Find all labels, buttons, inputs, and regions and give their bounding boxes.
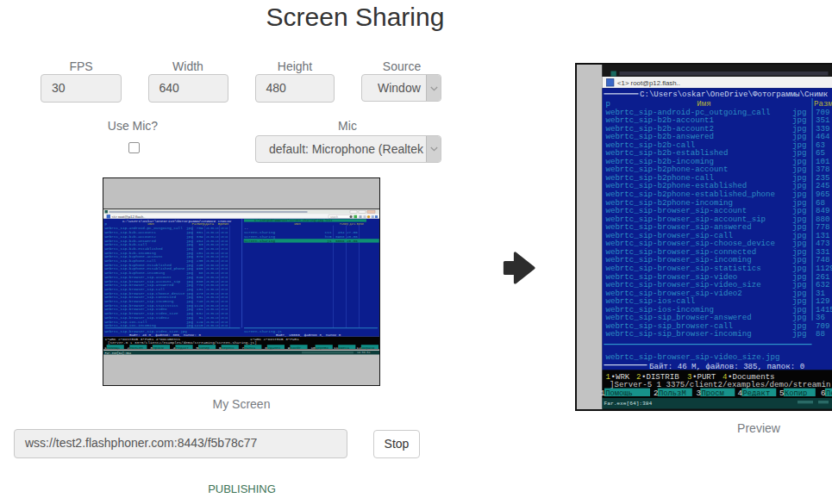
svg-text:webrtc_sip-browser_sip-video_s: webrtc_sip-browser_sip-video_size.jpg <box>605 352 779 362</box>
svg-text:]Server-5 1 3375/client2/examp: ]Server-5 1 3375/client2/examples/demo/s… <box>610 380 831 389</box>
svg-text:Пер: Пер <box>826 389 832 398</box>
svg-text:1•WRK 2•DISTRIB 3•PUR1: 1•WRK 2•DISTRIB 3•PUR1 <box>250 336 299 340</box>
svg-text:19:56:04: 19:56:04 <box>357 351 370 354</box>
svg-text:15:16: 15:16 <box>221 323 228 327</box>
svg-text:Копир: Копир <box>785 389 807 398</box>
svg-text:6: 6 <box>821 389 825 398</box>
svg-text:screen-sharing: screen-sharing <box>244 238 276 242</box>
svg-text:Просм: Просм <box>701 389 723 398</box>
svg-text:Экраны: Экраны <box>361 345 374 349</box>
svg-text:2: 2 <box>654 389 658 398</box>
svg-text:Время: Время <box>217 221 228 225</box>
svg-text:Размер Дата Время: Размер Дата Время <box>340 221 364 225</box>
svg-text:Папка: Папка <box>244 345 255 349</box>
svg-text:20-06: 20-06 <box>347 238 358 242</box>
svg-text:5: 5 <box>779 389 784 398</box>
svg-text:Помощь: Помощь <box>605 389 633 398</box>
svg-text:screen-sharing.js: screen-sharing.js <box>244 329 282 333</box>
svg-text:ПользМ: ПользМ <box>129 345 142 349</box>
svg-text:5056: 5056 <box>335 238 345 242</box>
svg-text:Копир: Копир <box>198 345 210 349</box>
svg-text:C:\Users\oskar\OneDrive\Фотогр: C:\Users\oskar\OneDrive\Фотограммы\Снимк… <box>122 218 232 222</box>
svg-text:C:\Users\oskar\OneDrive\Фотогр: C:\Users\oskar\OneDrive\Фотограммы\Снимк <box>640 90 828 99</box>
svg-text:Просм: Просм <box>153 345 164 349</box>
svg-text:Дерево: Дерево <box>316 345 328 349</box>
svg-text:4: 4 <box>737 389 741 398</box>
svg-text:1415: 1415 <box>194 323 203 327</box>
svg-text:Редакт: Редакт <box>742 389 770 398</box>
svg-text:webrtc_sip-browser_sip-video_s: webrtc_sip-browser_sip-video_size.jpg <box>104 329 187 333</box>
svg-text:26-06-18: 26-06-18 <box>206 323 219 327</box>
svg-text:js: js <box>327 238 332 242</box>
svg-text:Far.exe[64]:384: Far.exe[64]:384 <box>104 351 131 354</box>
svg-text:12: 12 <box>356 345 361 349</box>
svg-text:Удален: Удален <box>267 345 280 349</box>
svg-text:<1> root@p12.flash..: <1> root@p12.flash.. <box>617 79 680 87</box>
svg-text:Байт: 46 М, файлов: 385, папок: Байт: 46 М, файлов: 385, папок: 0 <box>649 362 804 371</box>
svg-text:КонФг: КонФг <box>291 345 302 349</box>
svg-text:10: 10 <box>310 345 316 349</box>
svg-text:[Server-5 1 3375/client2/examp: [Server-5 1 3375/client2/examples/demo/s… <box>108 340 257 345</box>
svg-text:Редакт: Редакт <box>176 345 189 349</box>
svg-text:jpg: jpg <box>186 323 193 327</box>
svg-text:webrtc_sip-sip_browser-incomin: webrtc_sip-sip_browser-incoming <box>605 329 751 339</box>
svg-text:Имя: Имя <box>294 221 301 225</box>
svg-text:search: search <box>330 215 338 218</box>
svg-text:Перенс: Перенс <box>222 345 235 349</box>
svg-text:Помощь: Помощь <box>107 345 120 349</box>
svg-text:webrtc_sip-ios-incoming: webrtc_sip-ios-incoming <box>104 323 156 327</box>
svg-text:Смена: Смена <box>338 345 349 349</box>
svg-text:Имя: Имя <box>147 221 154 225</box>
svg-text:3: 3 <box>696 389 700 398</box>
svg-text:88: 88 <box>816 329 825 339</box>
svg-text:ПользМ: ПользМ <box>659 389 686 398</box>
svg-text:Размер: Размер <box>191 221 205 225</box>
svg-text:jpg: jpg <box>792 329 806 339</box>
svg-text:11: 11 <box>334 345 339 349</box>
svg-text:Дата: Дата <box>204 221 214 225</box>
svg-text:Far.exe[64]:384: Far.exe[64]:384 <box>604 401 652 407</box>
